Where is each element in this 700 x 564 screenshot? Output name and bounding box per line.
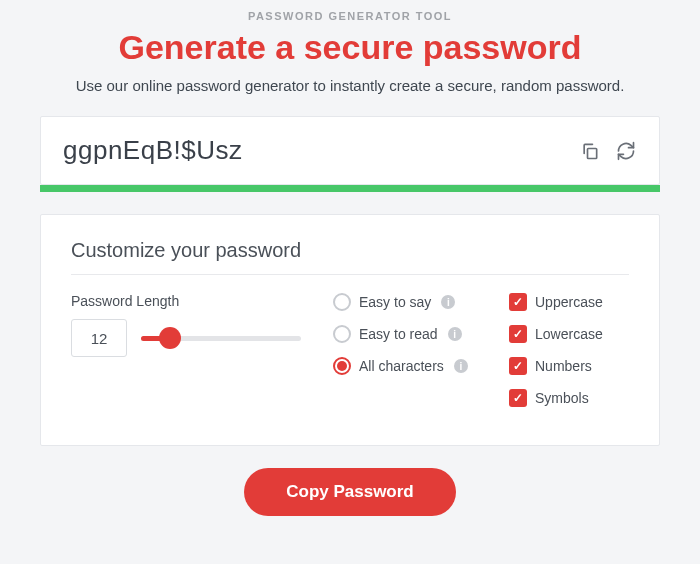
info-icon[interactable]: i (441, 295, 455, 309)
strength-indicator (40, 185, 660, 192)
page-title: Generate a secure password (40, 28, 660, 67)
generated-password-text: ggpnEqB!$Usz (63, 135, 242, 166)
customize-card: Customize your password Password Length (40, 214, 660, 446)
regenerate-icon[interactable] (615, 140, 637, 162)
radio-label: All characters (359, 358, 444, 374)
length-input[interactable] (71, 319, 127, 357)
check-uppercase[interactable]: ✓ Uppercase (509, 293, 629, 311)
length-slider[interactable] (141, 326, 301, 350)
check-symbols[interactable]: ✓ Symbols (509, 389, 629, 407)
radio-easy-to-read[interactable]: Easy to read i (333, 325, 477, 343)
check-lowercase[interactable]: ✓ Lowercase (509, 325, 629, 343)
divider (71, 274, 629, 275)
radio-label: Easy to say (359, 294, 431, 310)
radio-icon (333, 293, 351, 311)
info-icon[interactable]: i (454, 359, 468, 373)
checkbox-icon: ✓ (509, 325, 527, 343)
radio-icon (333, 357, 351, 375)
copy-password-button[interactable]: Copy Password (244, 468, 456, 516)
check-label: Numbers (535, 358, 592, 374)
page-subtitle: Use our online password generator to ins… (40, 77, 660, 94)
check-numbers[interactable]: ✓ Numbers (509, 357, 629, 375)
check-label: Symbols (535, 390, 589, 406)
password-display-card: ggpnEqB!$Usz (40, 116, 660, 185)
checkbox-icon: ✓ (509, 357, 527, 375)
checkbox-icon: ✓ (509, 389, 527, 407)
radio-easy-to-say[interactable]: Easy to say i (333, 293, 477, 311)
customize-heading: Customize your password (71, 239, 629, 262)
kicker: PASSWORD GENERATOR TOOL (40, 10, 660, 22)
radio-icon (333, 325, 351, 343)
length-label: Password Length (71, 293, 301, 309)
checkbox-icon: ✓ (509, 293, 527, 311)
check-label: Uppercase (535, 294, 603, 310)
password-actions (579, 140, 637, 162)
info-icon[interactable]: i (448, 327, 462, 341)
copy-icon[interactable] (579, 140, 601, 162)
check-label: Lowercase (535, 326, 603, 342)
radio-label: Easy to read (359, 326, 438, 342)
svg-rect-0 (588, 148, 597, 158)
radio-all-characters[interactable]: All characters i (333, 357, 477, 375)
slider-thumb[interactable] (159, 327, 181, 349)
